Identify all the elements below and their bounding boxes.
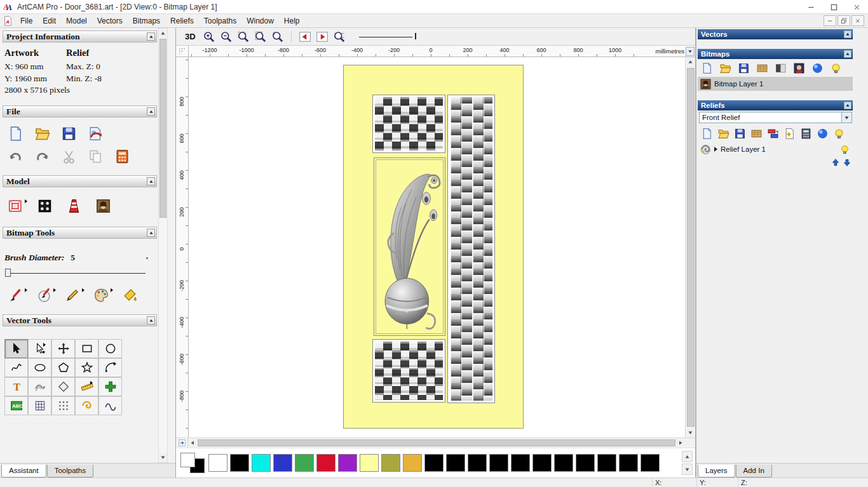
tab-assistant[interactable]: Assistant bbox=[1, 465, 46, 477]
undo-icon[interactable] bbox=[8, 149, 24, 164]
palette-swatch[interactable] bbox=[252, 454, 271, 472]
relief-sphere-icon[interactable] bbox=[817, 128, 829, 140]
palette-swatch[interactable] bbox=[208, 454, 227, 472]
mdi-minimize-icon[interactable] bbox=[824, 15, 836, 26]
expand-layer-icon[interactable] bbox=[714, 147, 717, 152]
palette-swatch[interactable] bbox=[403, 454, 422, 472]
palette-swatch[interactable] bbox=[338, 454, 357, 472]
palette-swatch[interactable] bbox=[381, 454, 400, 472]
sphere-icon[interactable] bbox=[811, 62, 824, 74]
menu-file[interactable]: File bbox=[15, 15, 37, 27]
new-bitmap-icon[interactable] bbox=[701, 62, 713, 74]
arc-tool[interactable] bbox=[98, 358, 122, 377]
copy-icon[interactable] bbox=[88, 149, 104, 164]
menu-toolpaths[interactable]: Toolpaths bbox=[199, 15, 241, 27]
slider-handle[interactable] bbox=[5, 269, 11, 277]
zoom-object-icon[interactable] bbox=[271, 30, 284, 43]
palette-swatch[interactable] bbox=[273, 454, 292, 472]
brush-diameter-slider[interactable] bbox=[5, 267, 146, 276]
palette-swatch[interactable] bbox=[576, 454, 595, 472]
palette-swatch[interactable] bbox=[295, 454, 314, 472]
tab-toolpaths[interactable]: Toolpaths bbox=[47, 465, 93, 477]
model-adjust-icon[interactable] bbox=[66, 198, 82, 214]
layer-transfer-icon[interactable] bbox=[767, 128, 779, 140]
polygon-tool[interactable] bbox=[51, 358, 75, 377]
palette-swatch[interactable] bbox=[554, 454, 573, 472]
minimize-icon[interactable] bbox=[799, 0, 822, 14]
flyout-arrow-icon[interactable] bbox=[90, 381, 93, 385]
zoom-page-icon[interactable] bbox=[254, 30, 267, 43]
active-relief-dropdown[interactable]: Front Relief bbox=[699, 112, 852, 123]
open-model-icon[interactable] bbox=[34, 126, 50, 142]
palette-swatch[interactable] bbox=[532, 454, 552, 472]
collapse-section-button[interactable] bbox=[147, 107, 155, 116]
bitmap-face-icon[interactable] bbox=[793, 62, 805, 74]
toggle-next-icon[interactable] bbox=[316, 30, 329, 43]
collapse-section-button[interactable] bbox=[844, 102, 851, 109]
assistant-scrollbar[interactable] bbox=[158, 28, 168, 463]
tab-add-in[interactable]: Add In bbox=[736, 465, 772, 477]
wave-tool[interactable] bbox=[98, 396, 122, 415]
mdi-close-icon[interactable] bbox=[851, 15, 864, 26]
measure-tool[interactable] bbox=[75, 377, 98, 396]
palette-swatch[interactable] bbox=[360, 454, 379, 472]
menu-reliefs[interactable]: Reliefs bbox=[165, 15, 199, 27]
relief-layer-row[interactable]: Relief Layer 1 bbox=[698, 142, 853, 156]
menu-help[interactable]: Help bbox=[279, 15, 305, 27]
view-corner-button[interactable] bbox=[176, 438, 188, 448]
collapse-section-button[interactable] bbox=[844, 30, 851, 38]
colour-palette-icon[interactable] bbox=[93, 287, 109, 303]
zoom-in-icon[interactable] bbox=[203, 30, 215, 43]
scroll-left-button[interactable] bbox=[188, 439, 196, 448]
flyout-arrow-icon[interactable] bbox=[82, 288, 85, 292]
flyout-arrow-icon[interactable] bbox=[53, 288, 56, 292]
import-3d-icon[interactable] bbox=[88, 126, 104, 142]
flyout-arrow-icon[interactable] bbox=[111, 288, 113, 292]
palette-swatch[interactable] bbox=[424, 454, 444, 472]
text-tool[interactable]: T bbox=[4, 377, 28, 396]
move-layer-down-icon[interactable] bbox=[843, 158, 851, 167]
model-preview-icon[interactable] bbox=[95, 198, 111, 214]
canvas-viewport[interactable] bbox=[189, 57, 685, 437]
close-icon[interactable] bbox=[845, 0, 868, 14]
open-relief-icon[interactable] bbox=[717, 128, 729, 140]
scroll-up-button[interactable] bbox=[159, 29, 167, 38]
menu-window[interactable]: Window bbox=[241, 15, 279, 27]
model-invert-icon[interactable] bbox=[37, 198, 53, 214]
texture-icon[interactable] bbox=[756, 62, 768, 74]
foreground-background-swatch[interactable] bbox=[180, 451, 206, 474]
draw-icon[interactable] bbox=[65, 287, 81, 303]
star-tool[interactable] bbox=[75, 358, 98, 377]
palette-swatch[interactable] bbox=[489, 454, 508, 472]
zoom-box-icon[interactable] bbox=[237, 30, 250, 43]
paint-icon[interactable] bbox=[8, 287, 24, 303]
menu-edit[interactable]: Edit bbox=[37, 15, 61, 27]
menu-model[interactable]: Model bbox=[61, 15, 92, 27]
palette-swatch[interactable] bbox=[230, 454, 249, 472]
open-bitmap-icon[interactable] bbox=[719, 62, 731, 74]
new-model-icon[interactable] bbox=[8, 126, 24, 142]
menu-bitmaps[interactable]: Bitmaps bbox=[128, 15, 165, 27]
palette-swatch[interactable] bbox=[511, 454, 530, 472]
scroll-up-button[interactable] bbox=[686, 57, 695, 67]
flyout-arrow-icon[interactable] bbox=[25, 288, 27, 292]
canvas-horizontal-scrollbar[interactable] bbox=[188, 438, 685, 448]
mdi-restore-icon[interactable] bbox=[837, 15, 850, 26]
save-model-icon[interactable] bbox=[61, 126, 77, 142]
circle-tool[interactable] bbox=[98, 339, 122, 358]
cut-icon[interactable] bbox=[61, 149, 77, 164]
nesting-tool[interactable] bbox=[51, 396, 75, 415]
paste-special-icon[interactable] bbox=[114, 149, 130, 164]
flyout-arrow-icon[interactable] bbox=[43, 343, 46, 347]
flood-fill-icon[interactable] bbox=[122, 287, 138, 303]
bitmap-layer-row[interactable]: Bitmap Layer 1 bbox=[698, 77, 853, 91]
flyout-arrow-icon[interactable] bbox=[114, 362, 116, 366]
canvas-vertical-scrollbar[interactable] bbox=[685, 57, 695, 437]
line-width-slider[interactable] bbox=[359, 32, 416, 42]
transform-tool[interactable] bbox=[51, 339, 75, 358]
scrollbar-thumb[interactable] bbox=[159, 39, 166, 218]
scroll-down-button[interactable] bbox=[159, 453, 167, 462]
zoom-out-icon[interactable] bbox=[220, 30, 233, 43]
tab-layers[interactable]: Layers bbox=[698, 465, 735, 477]
palette-swatch[interactable] bbox=[446, 454, 465, 472]
